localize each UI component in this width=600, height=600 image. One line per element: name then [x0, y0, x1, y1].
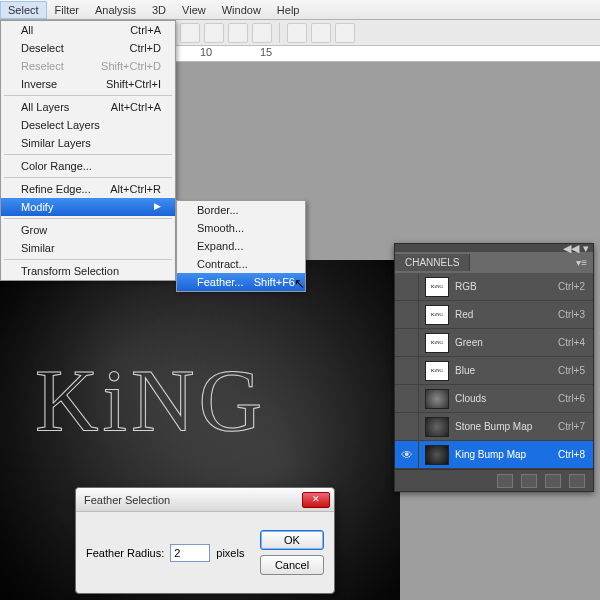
menu-item-color-range[interactable]: Color Range... — [1, 157, 175, 175]
channel-row-stone-bump-map[interactable]: Stone Bump MapCtrl+7 — [395, 413, 593, 441]
menu-select[interactable]: Select — [0, 1, 47, 19]
menu-item-label: Color Range... — [21, 160, 92, 172]
save-selection-button[interactable] — [521, 474, 537, 488]
channel-name: Clouds — [455, 393, 558, 404]
modify-submenu: Border...Smooth...Expand...Contract...Fe… — [176, 200, 306, 292]
menu-shortcut: Shift+Ctrl+D — [101, 60, 161, 72]
menu-item-label: Modify — [21, 201, 53, 213]
channels-panel: ◀◀▾ CHANNELS ▾≡ KiNGRGBCtrl+2KiNGRedCtrl… — [394, 243, 594, 492]
visibility-toggle[interactable] — [395, 329, 419, 356]
new-channel-button[interactable] — [545, 474, 561, 488]
menu-item-similar[interactable]: Similar — [1, 239, 175, 257]
feather-radius-input[interactable] — [170, 544, 210, 562]
toolbar-button[interactable] — [228, 23, 248, 43]
toolbar-separator — [279, 23, 280, 43]
menu-item-deselect[interactable]: DeselectCtrl+D — [1, 39, 175, 57]
menu-item-transform-selection[interactable]: Transform Selection — [1, 262, 175, 280]
toolbar-button[interactable] — [252, 23, 272, 43]
menu-item-label: Deselect — [21, 42, 64, 54]
menu-shortcut: Ctrl+A — [130, 24, 161, 36]
visibility-toggle[interactable] — [395, 413, 419, 440]
menu-item-label: All Layers — [21, 101, 69, 113]
menu-item-similar-layers[interactable]: Similar Layers — [1, 134, 175, 152]
cancel-button[interactable]: Cancel — [260, 555, 324, 575]
toolbar-button[interactable] — [204, 23, 224, 43]
submenu-item-contract[interactable]: Contract... — [177, 255, 305, 273]
channel-thumbnail — [425, 445, 449, 465]
menu-item-deselect-layers[interactable]: Deselect Layers — [1, 116, 175, 134]
menu-item-label: Similar — [21, 242, 55, 254]
visibility-toggle[interactable] — [395, 385, 419, 412]
menu-item-label: Transform Selection — [21, 265, 119, 277]
channel-row-green[interactable]: KiNGGreenCtrl+4 — [395, 329, 593, 357]
toolbar-button[interactable] — [287, 23, 307, 43]
menu-item-label: Deselect Layers — [21, 119, 100, 131]
menu-item-grow[interactable]: Grow — [1, 221, 175, 239]
dialog-titlebar[interactable]: Feather Selection ✕ — [76, 488, 334, 512]
channel-thumbnail: KiNG — [425, 305, 449, 325]
menu-item-all[interactable]: AllCtrl+A — [1, 21, 175, 39]
channel-row-king-bump-map[interactable]: 👁King Bump MapCtrl+8 — [395, 441, 593, 469]
panel-options-icon[interactable]: ▾≡ — [576, 257, 587, 268]
visibility-toggle[interactable]: 👁 — [395, 441, 419, 468]
submenu-arrow-icon: ▶ — [154, 201, 161, 213]
channel-name: Stone Bump Map — [455, 421, 558, 432]
menu-item-all-layers[interactable]: All LayersAlt+Ctrl+A — [1, 98, 175, 116]
channel-row-rgb[interactable]: KiNGRGBCtrl+2 — [395, 273, 593, 301]
menu-window[interactable]: Window — [214, 1, 269, 19]
channel-thumbnail — [425, 389, 449, 409]
submenu-item-label: Feather... — [197, 276, 243, 288]
menu-help[interactable]: Help — [269, 1, 308, 19]
submenu-item-label: Contract... — [197, 258, 248, 270]
panel-top-handle[interactable]: ◀◀▾ — [395, 244, 593, 252]
channel-row-clouds[interactable]: CloudsCtrl+6 — [395, 385, 593, 413]
menu-item-reselect: ReselectShift+Ctrl+D — [1, 57, 175, 75]
channel-name: RGB — [455, 281, 558, 292]
submenu-item-label: Expand... — [197, 240, 243, 252]
delete-channel-button[interactable] — [569, 474, 585, 488]
toolbar-button[interactable] — [335, 23, 355, 43]
channel-name: Green — [455, 337, 558, 348]
channel-row-red[interactable]: KiNGRedCtrl+3 — [395, 301, 593, 329]
toolbar-button[interactable] — [311, 23, 331, 43]
channel-name: Red — [455, 309, 558, 320]
channel-row-blue[interactable]: KiNGBlueCtrl+5 — [395, 357, 593, 385]
menu-3d[interactable]: 3D — [144, 1, 174, 19]
menu-divider — [4, 154, 172, 155]
menu-item-label: All — [21, 24, 33, 36]
menu-filter[interactable]: Filter — [47, 1, 87, 19]
dialog-title: Feather Selection — [84, 494, 170, 506]
channel-shortcut: Ctrl+8 — [558, 449, 593, 460]
menu-divider — [4, 177, 172, 178]
channel-shortcut: Ctrl+5 — [558, 365, 593, 376]
submenu-item-border[interactable]: Border... — [177, 201, 305, 219]
close-icon[interactable]: ✕ — [302, 492, 330, 508]
ruler-mark: 10 — [200, 46, 212, 58]
submenu-item-expand[interactable]: Expand... — [177, 237, 305, 255]
menu-analysis[interactable]: Analysis — [87, 1, 144, 19]
channel-thumbnail: KiNG — [425, 361, 449, 381]
ok-button[interactable]: OK — [260, 530, 324, 550]
menu-item-label: Similar Layers — [21, 137, 91, 149]
menu-item-inverse[interactable]: InverseShift+Ctrl+I — [1, 75, 175, 93]
toolbar-button[interactable] — [180, 23, 200, 43]
submenu-item-label: Border... — [197, 204, 239, 216]
visibility-toggle[interactable] — [395, 273, 419, 300]
submenu-item-feather[interactable]: Feather...Shift+F6 — [177, 273, 305, 291]
menu-divider — [4, 218, 172, 219]
menu-shortcut: Ctrl+D — [130, 42, 161, 54]
channel-shortcut: Ctrl+3 — [558, 309, 593, 320]
menu-view[interactable]: View — [174, 1, 214, 19]
menu-item-modify[interactable]: Modify▶ — [1, 198, 175, 216]
ruler-mark: 15 — [260, 46, 272, 58]
submenu-item-smooth[interactable]: Smooth... — [177, 219, 305, 237]
channel-shortcut: Ctrl+4 — [558, 337, 593, 348]
menu-shortcut: Shift+Ctrl+I — [106, 78, 161, 90]
visibility-toggle[interactable] — [395, 301, 419, 328]
visibility-toggle[interactable] — [395, 357, 419, 384]
channels-tab[interactable]: CHANNELS — [395, 254, 470, 271]
channels-panel-header: CHANNELS ▾≡ — [395, 252, 593, 273]
menu-item-refine-edge[interactable]: Refine Edge...Alt+Ctrl+R — [1, 180, 175, 198]
channel-shortcut: Ctrl+7 — [558, 421, 593, 432]
load-selection-button[interactable] — [497, 474, 513, 488]
